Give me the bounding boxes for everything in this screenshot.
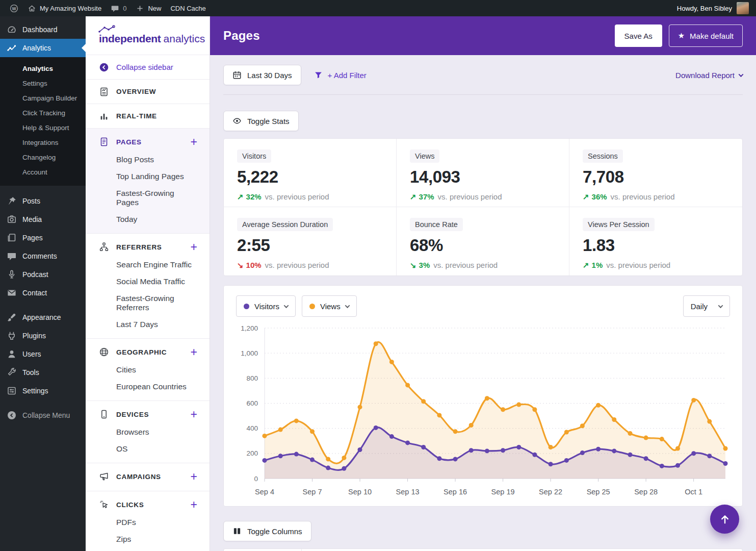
- interval-selector[interactable]: Daily: [683, 295, 730, 317]
- sidebar-link-pdfs[interactable]: PDFs: [116, 518, 197, 527]
- toggle-columns-label: Toggle Columns: [247, 527, 302, 536]
- stat-change: ↗37%vs. previous period: [410, 192, 556, 202]
- submenu-item-integrations[interactable]: Integrations: [0, 135, 86, 150]
- sidebar-row-real-time[interactable]: REAL-TIME: [86, 104, 210, 129]
- sidebar-item-plugins[interactable]: Plugins: [0, 327, 86, 345]
- submenu-item-settings[interactable]: Settings: [0, 76, 86, 91]
- section-header-clicks[interactable]: CLICKS+: [99, 499, 197, 510]
- menu-separator: [0, 186, 86, 192]
- stat-card-sessions: Sessions7,708↗36%vs. previous period: [569, 139, 742, 207]
- submenu-item-analytics[interactable]: Analytics: [0, 61, 86, 76]
- analytics-chart[interactable]: 02004006008001,0001,200Sep 4Sep 7Sep 10S…: [236, 322, 730, 500]
- sidebar-link-fastest-growing-referrers[interactable]: Fastest-Growing Referrers: [116, 294, 197, 312]
- funnel-icon: [314, 71, 323, 80]
- sidebar-link-os[interactable]: OS: [116, 444, 197, 454]
- comments-shortcut[interactable]: 0: [106, 0, 131, 16]
- interval-label: Daily: [691, 302, 708, 311]
- toolbar-divider: [223, 94, 743, 95]
- sidebar-item-tools[interactable]: Tools: [0, 363, 86, 382]
- add-report-button[interactable]: +: [191, 410, 197, 418]
- collapse-sidebar-button[interactable]: Collapse sidebar: [86, 55, 210, 80]
- download-report-button[interactable]: Download Report: [675, 71, 743, 80]
- stat-change-suffix: vs. previous period: [433, 261, 498, 269]
- section-items: Search Engine TrafficSocial Media Traffi…: [116, 260, 197, 329]
- series-selector-label: Views: [320, 302, 341, 311]
- sidebar-link-today[interactable]: Today: [116, 215, 197, 224]
- cdn-cache-menu[interactable]: CDN Cache: [166, 0, 210, 16]
- page-header: Pages Save As ★ Make default: [210, 16, 756, 55]
- arrow-up-icon: [719, 514, 731, 525]
- sidebar-item-label: Media: [22, 215, 42, 223]
- add-report-button[interactable]: +: [191, 348, 197, 356]
- add-report-button[interactable]: +: [191, 243, 197, 251]
- submenu-item-campaign-builder[interactable]: Campaign Builder: [0, 91, 86, 106]
- add-report-button[interactable]: +: [191, 138, 197, 146]
- sidebar-link-fastest-growing-pages[interactable]: Fastest-Growing Pages: [116, 189, 197, 207]
- stat-change-percent: 32%: [246, 192, 262, 201]
- section-header-pages[interactable]: PAGES+: [99, 137, 197, 147]
- section-header-campaigns[interactable]: CAMPAIGNS+: [99, 471, 197, 482]
- toggle-stats-button[interactable]: Toggle Stats: [223, 111, 299, 131]
- new-content-menu[interactable]: New: [131, 0, 166, 16]
- wordpress-logo-icon: W: [10, 4, 18, 13]
- series-selector-views[interactable]: Views: [302, 295, 357, 317]
- sidebar-item-users[interactable]: Users: [0, 345, 86, 363]
- sidebar-item-appearance[interactable]: Appearance: [0, 308, 86, 327]
- sidebar-item-comments[interactable]: Comments: [0, 247, 86, 265]
- add-filter-button[interactable]: + Add Filter: [314, 71, 367, 80]
- section-label: GEOGRAPHIC: [116, 348, 167, 356]
- scroll-to-top-button[interactable]: [710, 505, 739, 534]
- sidebar-link-top-landing-pages[interactable]: Top Landing Pages: [116, 172, 197, 181]
- sidebar-item-collapse-menu[interactable]: Collapse Menu: [0, 406, 86, 424]
- sidebar-row-overview[interactable]: OVERVIEW: [86, 80, 210, 104]
- sidebar-link-european-countries[interactable]: European Countries: [116, 382, 197, 391]
- sidebar-item-podcast[interactable]: Podcast: [0, 265, 86, 284]
- save-as-button[interactable]: Save As: [615, 24, 662, 47]
- submenu-item-account[interactable]: Account: [0, 165, 86, 180]
- wp-logo-menu[interactable]: W: [5, 0, 23, 16]
- svg-text:1,200: 1,200: [241, 324, 258, 332]
- user-avatar[interactable]: [737, 2, 749, 14]
- line-chart-svg[interactable]: 02004006008001,0001,200Sep 4Sep 7Sep 10S…: [236, 322, 729, 498]
- stat-change-percent: 1%: [592, 261, 603, 269]
- sidebar-item-dashboard[interactable]: Dashboard: [0, 20, 86, 39]
- sidebar-link-search-engine-traffic[interactable]: Search Engine Traffic: [116, 260, 197, 269]
- sidebar-item-posts[interactable]: Posts: [0, 192, 86, 210]
- sidebar-link-zips[interactable]: Zips: [116, 535, 197, 544]
- sidebar-item-contact[interactable]: Contact: [0, 284, 86, 302]
- sidebar-item-pages[interactable]: Pages: [0, 229, 86, 247]
- pages-icon: [7, 233, 17, 243]
- add-report-button[interactable]: +: [191, 472, 197, 481]
- submenu-item-help-support[interactable]: Help & Support: [0, 120, 86, 135]
- sidebar-link-social-media-traffic[interactable]: Social Media Traffic: [116, 277, 197, 286]
- series-selector-label: Visitors: [254, 302, 279, 311]
- sidebar-item-media[interactable]: Media: [0, 210, 86, 229]
- sidebar-section-pages: PAGES+Blog PostsTop Landing PagesFastest…: [86, 129, 210, 234]
- howdy-text[interactable]: Howdy, Ben Sibley: [677, 5, 732, 12]
- submenu-item-click-tracking[interactable]: Click Tracking: [0, 106, 86, 120]
- stat-change-percent: 3%: [419, 261, 430, 269]
- date-range-button[interactable]: Last 30 Days: [223, 65, 301, 85]
- sidebar-link-blog-posts[interactable]: Blog Posts: [116, 155, 197, 164]
- sidebar-item-settings[interactable]: Settings: [0, 382, 86, 400]
- sidebar-item-analytics[interactable]: Analytics: [0, 39, 86, 57]
- stat-change-suffix: vs. previous period: [265, 261, 329, 269]
- section-header-geographic[interactable]: GEOGRAPHIC+: [99, 347, 197, 357]
- section-header-devices[interactable]: DEVICES+: [99, 409, 197, 419]
- series-selector-visitors[interactable]: Visitors: [236, 295, 296, 317]
- referrers-icon: [99, 242, 109, 252]
- appearance-icon: [7, 312, 17, 322]
- make-default-button[interactable]: ★ Make default: [669, 24, 743, 47]
- sidebar-link-browsers[interactable]: Browsers: [116, 428, 197, 437]
- submenu-item-changelog[interactable]: Changelog: [0, 150, 86, 165]
- add-report-button[interactable]: +: [191, 500, 197, 509]
- section-header-referrers[interactable]: REFERRERS+: [99, 242, 197, 252]
- site-link[interactable]: My Amazing Website: [23, 0, 106, 16]
- toggle-columns-button[interactable]: Toggle Columns: [223, 521, 311, 541]
- sidebar-link-cities[interactable]: Cities: [116, 365, 197, 374]
- sidebar-link-last-7-days[interactable]: Last 7 Days: [116, 320, 197, 329]
- media-icon: [7, 214, 17, 224]
- svg-text:Sep 7: Sep 7: [303, 488, 322, 496]
- stat-value: 7,708: [583, 167, 729, 187]
- svg-text:400: 400: [246, 424, 258, 432]
